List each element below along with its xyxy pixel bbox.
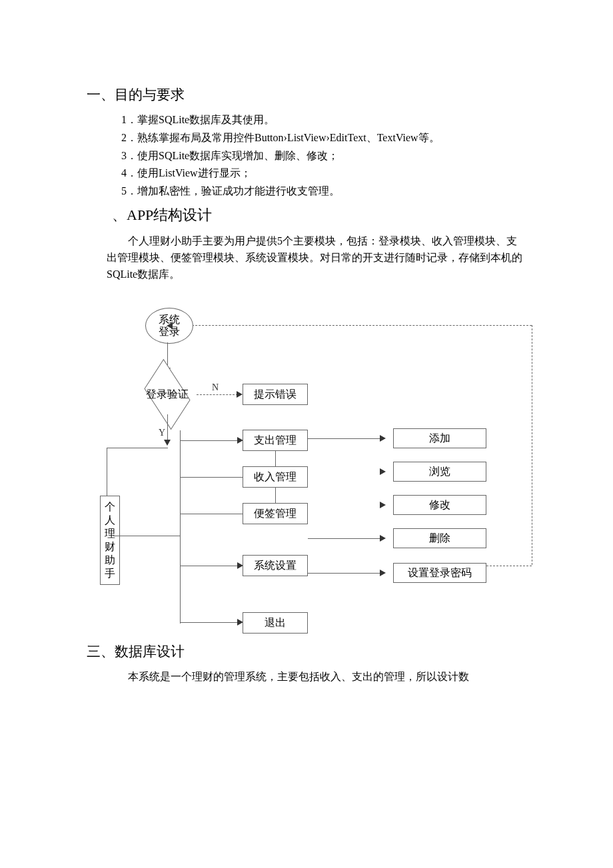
- section1-list: 1．掌握SQLite数据库及其使用。 2．熟练掌握布局及常用控件Button›L…: [121, 112, 526, 200]
- node-label: 收入管理: [254, 470, 297, 484]
- node-label: 删除: [429, 532, 450, 546]
- node-label: 设置登录密码: [408, 566, 472, 580]
- node-label: 浏览: [429, 465, 450, 479]
- node-delete: 删除: [393, 528, 486, 548]
- node-label: 修改: [429, 498, 450, 512]
- node-label: 提示错误: [254, 388, 297, 402]
- node-income: 收入管理: [243, 466, 308, 488]
- node-label: 添加: [429, 432, 450, 446]
- list-item: 1．掌握SQLite数据库及其使用。: [121, 112, 526, 129]
- node-browse: 浏览: [393, 462, 486, 482]
- node-add: 添加: [393, 428, 486, 448]
- node-login-verify: 登录验证: [134, 374, 201, 414]
- section2-heading: 、APP结构设计: [112, 205, 526, 225]
- label-y: Y: [159, 428, 165, 438]
- list-item: 4．使用ListView进行显示；: [121, 165, 526, 182]
- node-label: 个: [103, 500, 117, 514]
- node-exit: 退出: [243, 612, 308, 634]
- node-label: 助: [103, 554, 117, 567]
- node-memo: 便签管理: [243, 503, 308, 524]
- node-label: 支出管理: [254, 434, 297, 448]
- node-error-hint: 提示错误: [243, 384, 308, 405]
- node-label: 手: [103, 567, 117, 580]
- section2-paragraph: 个人理财小助手主要为用户提供5个主要模块，包括：登录模块、收入管理模块、支出管理…: [107, 233, 526, 282]
- list-item: 3．使用SQLite数据库实现增加、删除、修改；: [121, 148, 526, 165]
- list-item: 2．熟练掌握布局及常用控件Button›ListView›EditText、Te…: [121, 130, 526, 147]
- app-structure-diagram: 系统 登录 登录验证 N 提示错误 Y 个 人 理 财 助 手: [87, 302, 533, 636]
- node-label: 登录验证: [146, 388, 189, 402]
- section1-heading: 一、目的与要求: [87, 85, 526, 104]
- section3-paragraph: 本系统是一个理财的管理系统，主要包括收入、支出的管理，所以设计数: [128, 669, 526, 685]
- node-label: 人: [103, 514, 117, 527]
- node-label: 理: [103, 527, 117, 540]
- node-modify: 修改: [393, 495, 486, 515]
- node-label: 财: [103, 540, 117, 554]
- label-n: N: [212, 382, 219, 393]
- node-label: 系统设置: [254, 559, 297, 573]
- node-assistant: 个 人 理 财 助 手: [100, 496, 120, 585]
- node-expense: 支出管理: [243, 430, 308, 451]
- node-label: 便签管理: [254, 507, 297, 521]
- node-label: 退出: [265, 616, 286, 630]
- list-item: 5．增加私密性，验证成功才能进行收支管理。: [121, 183, 526, 200]
- section3-heading: 三、数据库设计: [87, 642, 526, 661]
- node-settings: 系统设置: [243, 555, 308, 576]
- node-set-pwd: 设置登录密码: [393, 563, 486, 583]
